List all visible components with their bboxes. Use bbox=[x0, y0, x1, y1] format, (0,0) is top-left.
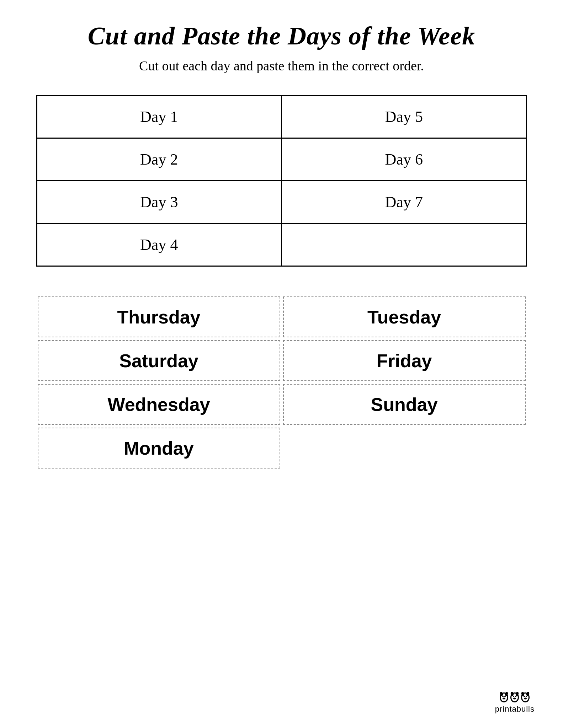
page-subtitle: Cut out each day and paste them in the c… bbox=[28, 58, 535, 74]
table-row: Day 4 bbox=[37, 224, 526, 266]
cutout-sunday[interactable]: Sunday bbox=[283, 384, 526, 425]
logo-text: printabulls bbox=[495, 705, 535, 714]
svg-point-16 bbox=[524, 696, 525, 697]
cutout-monday[interactable]: Monday bbox=[38, 428, 280, 469]
day-cell-5: Day 5 bbox=[282, 96, 527, 138]
cutout-thursday[interactable]: Thursday bbox=[38, 296, 280, 337]
svg-point-17 bbox=[526, 696, 527, 697]
day-cell-2: Day 2 bbox=[37, 138, 282, 181]
table-row: Day 1 Day 5 bbox=[37, 96, 526, 138]
day-cell-6: Day 6 bbox=[282, 138, 527, 181]
svg-point-11 bbox=[513, 698, 516, 700]
svg-point-4 bbox=[503, 698, 505, 700]
svg-point-3 bbox=[504, 696, 506, 697]
day-cell-1: Day 1 bbox=[37, 96, 282, 138]
cutout-placeholder-empty bbox=[283, 428, 526, 469]
svg-point-9 bbox=[513, 696, 514, 697]
day-cell-empty bbox=[282, 224, 527, 266]
day-cell-3: Day 3 bbox=[37, 181, 282, 224]
logo-area: printabulls bbox=[495, 687, 535, 714]
cutout-section: Thursday Tuesday Saturday Friday Wednesd… bbox=[36, 295, 527, 470]
cutout-saturday[interactable]: Saturday bbox=[38, 340, 280, 381]
page-title: Cut and Paste the Days of the Week bbox=[28, 21, 535, 51]
svg-point-2 bbox=[502, 696, 504, 697]
cutout-tuesday[interactable]: Tuesday bbox=[283, 296, 526, 337]
answer-grid: Day 1 Day 5 Day 2 Day 6 Day 3 Day 7 Day … bbox=[36, 95, 527, 267]
cutout-friday[interactable]: Friday bbox=[283, 340, 526, 381]
day-cell-4: Day 4 bbox=[37, 224, 282, 266]
svg-point-18 bbox=[524, 698, 527, 700]
day-cell-7: Day 7 bbox=[282, 181, 527, 224]
svg-point-10 bbox=[515, 696, 516, 697]
cutout-wednesday[interactable]: Wednesday bbox=[38, 384, 280, 425]
page: Cut and Paste the Days of the Week Cut o… bbox=[0, 0, 563, 728]
table-row: Day 3 Day 7 bbox=[37, 181, 526, 224]
table-row: Day 2 Day 6 bbox=[37, 138, 526, 181]
logo-icon bbox=[499, 687, 531, 705]
